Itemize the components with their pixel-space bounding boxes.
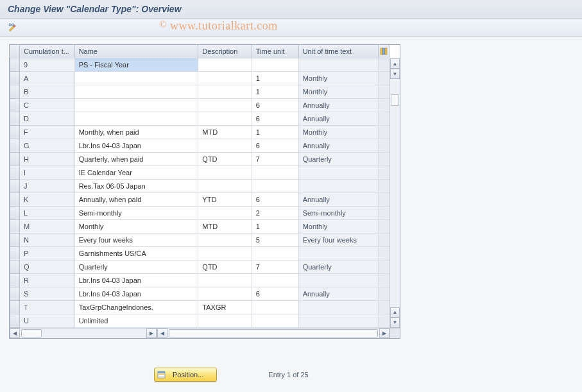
scroll-left-button-2[interactable]: ◀ [157,328,167,338]
cell-name[interactable]: Res.Tax 06-05 Japan [74,179,198,192]
row-select-handle[interactable] [10,192,20,206]
col-header-description[interactable]: Description [198,45,252,58]
cell-unit-text[interactable] [298,179,378,192]
scroll-up-step-button[interactable]: ▲ [390,307,400,318]
scroll-left-button-1[interactable]: ◀ [10,328,20,338]
cell-cumulation-type[interactable]: J [19,179,74,192]
scroll-thumb-h2[interactable] [169,329,378,337]
cell-time-unit[interactable] [252,273,298,287]
row-select-handle[interactable] [10,152,20,166]
row-select-handle[interactable] [10,125,20,139]
cell-cumulation-type[interactable]: C [19,98,74,112]
cell-time-unit[interactable]: 7 [252,260,298,273]
cell-cumulation-type[interactable]: H [19,152,74,166]
col-header-config[interactable] [378,45,389,58]
row-select-handle[interactable] [10,71,20,85]
cell-cumulation-type[interactable]: G [19,139,74,152]
row-select-handle[interactable] [10,166,20,179]
cell-name[interactable]: Lbr.Ins 04-03 Japan [74,273,198,287]
col-header-unit-text[interactable]: Unit of time text [298,45,378,58]
cell-time-unit[interactable]: 6 [252,98,298,112]
cell-cumulation-type[interactable]: B [19,85,74,98]
scroll-thumb-h1[interactable] [21,329,42,337]
cell-name[interactable]: Quarterly, when paid [74,152,198,166]
cell-time-unit[interactable] [252,314,298,327]
scroll-down-button[interactable]: ▼ [390,318,400,328]
row-select-handle[interactable] [10,139,20,152]
cell-name[interactable]: Monthly, when paid [74,125,198,139]
cell-cumulation-type[interactable]: L [19,206,74,219]
cell-cumulation-type[interactable]: R [19,273,74,287]
cell-description[interactable] [198,206,252,219]
cell-cumulation-type[interactable]: 9 [19,58,74,71]
cell-time-unit[interactable]: 2 [252,206,298,219]
cell-unit-text[interactable] [298,314,378,327]
cell-name[interactable]: Semi-monthly [74,206,198,219]
scroll-track-vertical[interactable] [390,79,400,307]
cell-time-unit[interactable]: 1 [252,71,298,85]
row-select-handle[interactable] [10,314,20,327]
col-header-cumulation[interactable]: Cumulation t... [19,45,74,58]
cell-unit-text[interactable]: Monthly [298,125,378,139]
col-header-name[interactable]: Name [74,45,198,58]
cell-unit-text[interactable] [298,58,378,71]
cell-unit-text[interactable]: Monthly [298,71,378,85]
cell-description[interactable] [198,71,252,85]
cell-description[interactable] [198,246,252,260]
cell-name[interactable]: Unlimited [74,314,198,327]
cell-time-unit[interactable]: 1 [252,125,298,139]
row-select-handle[interactable] [10,179,20,192]
cell-time-unit[interactable]: 1 [252,85,298,98]
select-all-corner[interactable] [10,45,20,58]
cell-unit-text[interactable]: Every four weeks [298,233,378,246]
cell-name[interactable]: Annually, when paid [74,192,198,206]
cell-name[interactable] [74,112,198,125]
cell-description[interactable] [198,112,252,125]
cell-unit-text[interactable]: Annually [298,192,378,206]
cell-description[interactable] [198,233,252,246]
cell-name[interactable] [74,98,198,112]
cell-cumulation-type[interactable]: F [19,125,74,139]
cell-description[interactable]: QTD [198,152,252,166]
scroll-right-button-1[interactable]: ▶ [146,328,157,338]
cell-cumulation-type[interactable]: K [19,192,74,206]
cell-description[interactable] [198,166,252,179]
cell-description[interactable] [198,273,252,287]
cell-cumulation-type[interactable]: I [19,166,74,179]
row-select-handle[interactable] [10,58,20,71]
cell-description[interactable] [198,85,252,98]
cell-description[interactable]: TAXGR [198,300,252,314]
cell-unit-text[interactable]: Annually [298,98,378,112]
cell-unit-text[interactable]: Semi-monthly [298,206,378,219]
cell-time-unit[interactable]: 6 [252,192,298,206]
cell-description[interactable] [198,58,252,71]
toggle-display-change-button[interactable] [6,22,19,33]
cell-unit-text[interactable]: Quarterly [298,260,378,273]
row-select-handle[interactable] [10,246,20,260]
cell-name[interactable]: Garnishments US/CA [74,246,198,260]
row-select-handle[interactable] [10,260,20,273]
row-select-handle[interactable] [10,273,20,287]
row-select-handle[interactable] [10,112,20,125]
scroll-thumb-vertical[interactable] [391,94,399,106]
cell-name[interactable]: PS - Fiscal Year [74,58,198,71]
cell-time-unit[interactable]: 5 [252,233,298,246]
cell-cumulation-type[interactable]: A [19,71,74,85]
cell-cumulation-type[interactable]: T [19,300,74,314]
row-select-handle[interactable] [10,98,20,112]
cell-cumulation-type[interactable]: P [19,246,74,260]
cell-cumulation-type[interactable]: D [19,112,74,125]
cell-name[interactable]: Every four weeks [74,233,198,246]
cell-cumulation-type[interactable]: N [19,233,74,246]
cell-description[interactable] [198,314,252,327]
row-select-handle[interactable] [10,85,20,98]
cell-description[interactable] [198,98,252,112]
cell-unit-text[interactable]: Annually [298,139,378,152]
cell-name[interactable]: TaxGrpChangeIndones. [74,300,198,314]
scroll-right-button-2[interactable]: ▶ [379,328,389,338]
row-select-handle[interactable] [10,206,20,219]
cell-time-unit[interactable] [252,246,298,260]
cell-unit-text[interactable]: Annually [298,112,378,125]
cell-unit-text[interactable] [298,166,378,179]
scroll-down-step-button[interactable]: ▼ [390,69,400,79]
